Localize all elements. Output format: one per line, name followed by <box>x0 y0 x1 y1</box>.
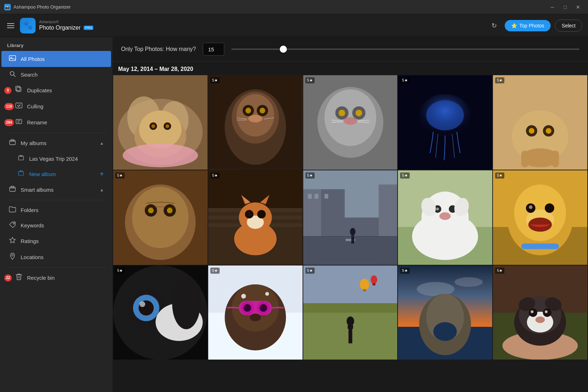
photo-cell[interactable]: 5★ <box>398 75 492 170</box>
svg-point-130 <box>156 303 203 341</box>
svg-point-125 <box>113 265 208 360</box>
svg-point-128 <box>138 300 153 315</box>
sidebar-item-my-albums[interactable]: My albums ▲ <box>1 135 111 151</box>
svg-point-126 <box>127 289 165 327</box>
svg-point-138 <box>257 301 270 314</box>
svg-rect-21 <box>113 75 208 170</box>
svg-rect-59 <box>493 75 587 170</box>
sidebar-item-folders[interactable]: Folders <box>1 202 111 218</box>
photo-cell[interactable]: 5★ <box>113 170 208 265</box>
sidebar-item-smart-albums[interactable]: Smart albums ▲ <box>1 182 111 198</box>
hamburger-button[interactable] <box>6 22 16 30</box>
photo-cell[interactable]: 5★ <box>398 170 492 265</box>
svg-line-55 <box>358 122 369 122</box>
star-badge: 5★ <box>495 172 504 179</box>
photo-cell[interactable]: 5★ <box>303 75 398 170</box>
locations-icon <box>9 253 16 262</box>
sidebar-item-ratings[interactable]: Ratings <box>1 233 111 249</box>
svg-point-27 <box>149 122 157 130</box>
refresh-button[interactable]: ↻ <box>488 19 500 32</box>
photo-cell[interactable]: 5★ <box>493 75 587 170</box>
svg-point-154 <box>346 316 354 326</box>
sidebar-item-search[interactable]: Search <box>1 67 111 82</box>
photo-cell[interactable]: 5★ <box>208 75 303 170</box>
sidebar-item-locations[interactable]: Locations <box>1 249 111 265</box>
photo-cell[interactable]: 5★ <box>493 170 587 265</box>
main-layout: Library All Photos Search <box>0 37 588 392</box>
svg-rect-56 <box>398 75 492 170</box>
svg-line-43 <box>264 118 274 119</box>
add-album-icon[interactable]: + <box>100 170 104 178</box>
star-badge: 5★ <box>400 77 409 83</box>
svg-point-85 <box>257 210 266 218</box>
svg-point-131 <box>172 277 200 329</box>
svg-point-107 <box>424 194 466 232</box>
svg-point-66 <box>521 148 559 167</box>
photo-cell[interactable]: 5★ <box>208 265 303 360</box>
maximize-button[interactable]: □ <box>560 3 571 11</box>
photo-cell[interactable]: 5★ <box>208 170 303 265</box>
svg-point-24 <box>160 101 188 139</box>
svg-rect-96 <box>324 194 328 198</box>
sidebar-item-culling[interactable]: 118 Culling <box>1 98 111 114</box>
photo-cell[interactable] <box>113 75 208 170</box>
top-photos-button[interactable]: ⭐ Top Photos <box>505 20 551 31</box>
svg-point-65 <box>546 128 551 134</box>
svg-point-119 <box>528 217 552 232</box>
sidebar-item-rename[interactable]: 284 Rename <box>1 114 111 130</box>
sidebar-item-keywords[interactable]: Keywords <box>1 218 111 233</box>
svg-rect-2 <box>9 56 16 61</box>
divider-1 <box>6 133 107 133</box>
close-button[interactable]: ✕ <box>572 3 584 11</box>
recycle-badge: 22 <box>4 274 12 282</box>
svg-point-51 <box>343 117 357 125</box>
svg-rect-95 <box>321 189 345 265</box>
photo-cell[interactable]: 5★ <box>493 265 587 360</box>
svg-point-35 <box>236 94 274 136</box>
svg-rect-77 <box>208 208 303 265</box>
photo-cell[interactable]: 5★ <box>398 265 492 360</box>
svg-point-47 <box>335 106 348 119</box>
svg-rect-7 <box>16 86 20 91</box>
photo-cell[interactable]: 5★ <box>303 170 398 265</box>
star-badge: 5★ <box>115 268 125 274</box>
select-button[interactable]: Select <box>555 20 582 32</box>
minimize-button[interactable]: ─ <box>547 3 558 11</box>
svg-point-19 <box>13 223 15 224</box>
svg-point-148 <box>371 275 377 284</box>
svg-point-165 <box>503 331 578 360</box>
sidebar-item-new-album[interactable]: New album + <box>1 166 111 182</box>
search-label: Search <box>21 72 104 78</box>
svg-rect-60 <box>493 75 587 170</box>
grid-row-1: 5★ <box>112 75 588 170</box>
svg-rect-132 <box>208 265 303 360</box>
grid-row-2: 5★ 5★ <box>112 170 588 265</box>
svg-point-49 <box>338 110 345 117</box>
sidebar-item-recycle-bin[interactable]: 22 Recycle bin <box>1 270 111 286</box>
svg-point-26 <box>139 110 182 148</box>
svg-point-135 <box>232 284 279 331</box>
svg-point-109 <box>449 205 456 213</box>
sidebar-item-duplicates[interactable]: 9 Duplicates <box>1 82 111 98</box>
svg-point-122 <box>529 205 533 209</box>
svg-point-63 <box>543 125 555 136</box>
svg-rect-90 <box>303 170 398 265</box>
svg-point-127 <box>133 295 159 321</box>
svg-point-48 <box>352 106 365 119</box>
top-photos-label: Top Photos <box>519 23 544 29</box>
svg-line-41 <box>236 118 247 119</box>
sidebar-item-all-photos[interactable]: All Photos <box>1 51 111 67</box>
svg-rect-6 <box>17 87 21 92</box>
count-input[interactable] <box>203 43 224 56</box>
count-slider[interactable] <box>231 48 579 50</box>
svg-rect-124 <box>113 265 208 360</box>
smart-albums-label: Smart albums <box>21 187 95 193</box>
library-label: Library <box>0 37 112 51</box>
svg-point-160 <box>419 294 471 355</box>
photo-cell[interactable]: 5★ <box>113 265 208 360</box>
svg-rect-155 <box>398 265 492 360</box>
svg-point-23 <box>127 97 161 139</box>
photo-cell[interactable]: 5★ <box>303 265 398 360</box>
svg-rect-147 <box>363 289 366 292</box>
sidebar-item-las-vegas[interactable]: Las Vegas Trip 2024 <box>1 151 111 166</box>
